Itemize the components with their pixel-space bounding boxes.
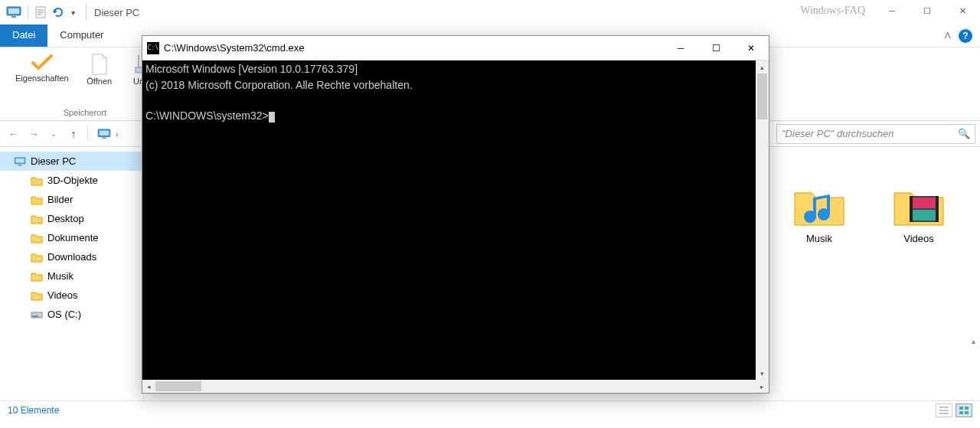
checkmark-icon	[30, 54, 54, 72]
svg-rect-10	[18, 165, 22, 166]
breadcrumb-chevron-icon[interactable]: ›	[116, 129, 119, 139]
svg-rect-20	[959, 411, 963, 414]
properties-button[interactable]: Eigenschaften	[12, 51, 72, 86]
scroll-thumb[interactable]	[757, 74, 767, 119]
cmd-terminal-output[interactable]: Microsoft Windows [Version 10.0.17763.37…	[142, 60, 756, 380]
sidebar-item-documents[interactable]: Dokumente	[0, 228, 143, 247]
folder-label: Musik	[806, 233, 832, 244]
cmd-icon: C:\	[147, 42, 159, 54]
cmd-line: (c) 2018 Microsoft Corporation. Alle Rec…	[145, 79, 413, 91]
svg-rect-19	[965, 407, 969, 410]
svg-rect-16	[910, 196, 913, 222]
scroll-down-arrow[interactable]: ▾	[756, 367, 769, 380]
folder-videos[interactable]: Videos	[880, 185, 957, 244]
cmd-minimize-button[interactable]: ─	[663, 37, 698, 60]
folder-label: Videos	[903, 233, 934, 244]
tab-file[interactable]: Datei	[0, 25, 47, 47]
window-controls: ─ ☐ ✕	[874, 0, 980, 21]
cmd-line: Microsoft Windows [Version 10.0.17763.37…	[145, 63, 358, 75]
nav-recent-dropdown[interactable]: ⌄	[44, 125, 63, 143]
qa-customize-dropdown[interactable]: ▾	[68, 8, 78, 17]
cmd-horizontal-scrollbar[interactable]: ◂ ▸	[142, 380, 769, 393]
open-button[interactable]: Öffnen	[77, 51, 122, 89]
folder-icon	[31, 252, 43, 263]
folder-icon	[31, 175, 43, 186]
tab-computer[interactable]: Computer	[47, 25, 116, 47]
sidebar-item-os-c[interactable]: OS (C:)	[0, 305, 143, 324]
document-icon	[90, 54, 109, 75]
ribbon-collapse-icon[interactable]: ᐱ	[945, 31, 951, 41]
folder-icon	[31, 233, 43, 243]
svg-rect-17	[936, 196, 939, 222]
view-large-icons-button[interactable]	[956, 403, 972, 417]
folder-icon	[31, 194, 43, 205]
quick-access-toolbar: ▾	[6, 5, 78, 19]
status-bar: 10 Elemente	[0, 400, 980, 419]
folder-icon	[31, 271, 43, 282]
grid-icon	[959, 407, 969, 414]
folder-icon	[31, 214, 43, 224]
sidebar-label: Videos	[47, 289, 78, 301]
svg-rect-7	[102, 137, 106, 139]
explorer-titlebar: ▾ Dieser PC Windows-FAQ ─ ☐ ✕	[0, 0, 980, 25]
minimize-button[interactable]: ─	[874, 0, 910, 21]
svg-rect-6	[100, 130, 109, 135]
close-button[interactable]: ✕	[945, 0, 980, 21]
list-icon	[939, 407, 949, 414]
maximize-button[interactable]: ☐	[910, 0, 945, 21]
scroll-right-arrow[interactable]: ▸	[756, 380, 769, 393]
view-details-button[interactable]	[936, 403, 952, 417]
scroll-left-arrow[interactable]: ◂	[142, 380, 155, 393]
ribbon-group-location: Eigenschaften Öffnen Umb Speicherort	[6, 51, 165, 117]
window-title: Dieser PC	[94, 7, 139, 18]
svg-rect-1	[8, 8, 19, 14]
undo-icon[interactable]	[51, 5, 65, 19]
sidebar-label: Dieser PC	[31, 155, 76, 167]
svg-rect-9	[15, 158, 24, 163]
svg-rect-21	[965, 411, 969, 414]
watermark-text: Windows-FAQ	[800, 5, 865, 17]
help-icon[interactable]: ?	[959, 29, 972, 43]
scroll-thumb[interactable]	[155, 381, 201, 391]
videos-folder-icon	[891, 185, 946, 228]
folder-icon	[31, 290, 43, 301]
svg-rect-12	[32, 315, 38, 317]
svg-rect-14	[913, 198, 936, 208]
svg-rect-2	[11, 16, 16, 18]
scroll-up-arrow[interactable]: ▴	[756, 60, 769, 74]
cmd-vertical-scrollbar[interactable]: ▴ ▾	[756, 60, 769, 380]
svg-rect-18	[959, 407, 963, 410]
search-icon[interactable]: 🔍	[958, 128, 970, 139]
svg-rect-15	[913, 210, 936, 221]
nav-forward[interactable]: →	[24, 125, 43, 143]
sidebar-item-pictures[interactable]: Bilder	[0, 190, 143, 209]
sidebar-label: Dokumente	[47, 232, 98, 243]
sidebar-item-downloads[interactable]: Downloads	[0, 247, 143, 266]
sidebar-item-3d-objects[interactable]: 3D-Objekte	[0, 171, 143, 190]
sidebar-item-videos[interactable]: Videos	[0, 286, 143, 305]
ribbon-group-label: Speicherort	[64, 106, 106, 117]
this-pc-icon	[97, 129, 111, 139]
cmd-maximize-button[interactable]: ☐	[698, 37, 733, 60]
cmd-titlebar[interactable]: C:\ C:\Windows\System32\cmd.exe ─ ☐ ✕	[142, 36, 769, 60]
nav-back[interactable]: ←	[5, 125, 23, 143]
folder-music[interactable]: Musik	[781, 185, 858, 244]
properties-qa-icon[interactable]	[34, 5, 48, 19]
sidebar-item-this-pc[interactable]: Dieser PC	[0, 152, 143, 171]
search-input[interactable]: "Dieser PC" durchsuchen 🔍	[776, 124, 975, 144]
nav-tree: Dieser PC 3D-Objekte Bilder Desktop Doku…	[0, 147, 144, 400]
cmd-prompt: C:\WINDOWS\system32>	[145, 109, 269, 122]
sidebar-item-desktop[interactable]: Desktop	[0, 209, 143, 228]
sidebar-label: Bilder	[47, 194, 73, 205]
nav-up[interactable]: ↑	[64, 125, 83, 143]
scroll-up-icon[interactable]: ▴	[968, 335, 978, 346]
search-placeholder: "Dieser PC" durchsuchen	[782, 128, 894, 139]
this-pc-icon	[6, 6, 21, 18]
separator	[86, 5, 87, 20]
sidebar-item-music[interactable]: Musik	[0, 266, 143, 286]
drive-icon	[31, 309, 43, 320]
cmd-close-button[interactable]: ✕	[733, 37, 769, 60]
cmd-window-title: C:\Windows\System32\cmd.exe	[164, 42, 305, 54]
status-item-count: 10 Elemente	[8, 405, 59, 416]
sidebar-label: Downloads	[47, 251, 96, 263]
